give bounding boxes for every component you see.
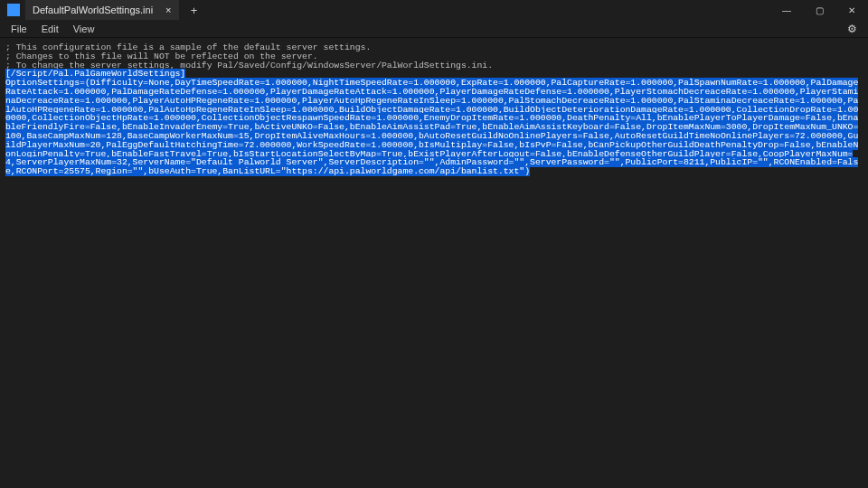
- titlebar: DefaultPalWorldSettings.ini × + — ▢ ✕: [0, 0, 868, 20]
- menu-edit[interactable]: Edit: [34, 22, 66, 36]
- menu-file[interactable]: File: [4, 22, 34, 36]
- tab-title: DefaultPalWorldSettings.ini: [33, 5, 153, 15]
- editor-area[interactable]: ; This configuration file is a sample of…: [0, 38, 868, 488]
- maximize-button[interactable]: ▢: [803, 0, 835, 20]
- gear-icon[interactable]: ⚙: [840, 21, 864, 37]
- new-tab-button[interactable]: +: [188, 4, 201, 17]
- selected-config-text: [/Script/Pal.PalGameWorldSettings] Optio…: [5, 69, 858, 176]
- window-controls: — ▢ ✕: [770, 0, 868, 20]
- menubar: File Edit View ⚙: [0, 20, 868, 38]
- tab-close-icon[interactable]: ×: [165, 5, 171, 15]
- minimize-button[interactable]: —: [770, 0, 803, 20]
- close-window-button[interactable]: ✕: [835, 0, 868, 20]
- file-icon: [7, 4, 20, 16]
- tab-active[interactable]: DefaultPalWorldSettings.ini ×: [25, 0, 179, 20]
- menu-view[interactable]: View: [66, 22, 102, 36]
